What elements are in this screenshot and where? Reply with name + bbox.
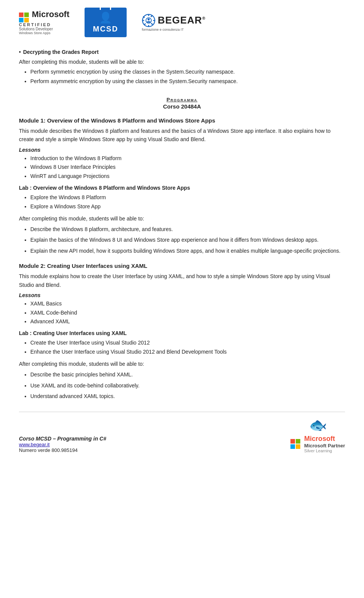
module2-lessons-label: Lessons	[19, 292, 345, 298]
ms-logo-top: Microsoft	[19, 10, 69, 22]
module1-after-1: Describe the Windows 8 platform, archite…	[30, 225, 345, 233]
module2-lesson-1: XAML Basics	[30, 299, 345, 308]
ms-partner-box: 🐟 Microsoft Microsoft Partner Silver Lea…	[290, 417, 345, 453]
begear-subtitle: formazione e consulenza IT	[142, 28, 184, 31]
module1-after-3: Explain the new API model, how it suppor…	[30, 247, 345, 255]
svg-rect-3	[148, 25, 149, 27]
module1-lab-item-2: Explore a Windows Store App	[30, 202, 345, 211]
module1-heading: Module 1: Overview of the Windows 8 Plat…	[19, 116, 345, 124]
module2-after-label: After completing this module, students w…	[19, 360, 345, 368]
intro-bullet-2: Perform asymmetric encryption by using t…	[30, 77, 345, 85]
begear-top: BEGEAR®	[142, 14, 206, 27]
intro-bullet-1: Perform symmetric encryption by using th…	[30, 68, 345, 76]
module2-lab-item-2: Enhance the User Interface using Visual …	[30, 348, 345, 357]
module2-block: Module 2: Creating User Interfaces using…	[19, 262, 345, 400]
footer-left: Corso MCSD – Programming in C# www.begea…	[19, 436, 106, 453]
module1-lessons-list: Introduction to the Windows 8 Platform W…	[30, 154, 345, 181]
module2-after-bullets: Describe the basic principles behind XAM…	[30, 370, 345, 400]
sq2-blue	[290, 444, 295, 449]
begear-reg: ®	[202, 16, 206, 20]
after-completing-intro: After completing this module, students w…	[19, 58, 345, 66]
corso-title: Corso 20484A	[19, 103, 345, 110]
ms-squares	[19, 13, 29, 22]
footer: Corso MCSD – Programming in C# www.begea…	[19, 412, 345, 453]
footer-numero: Numero verde 800.985194	[19, 447, 106, 453]
module2-lab-label: Lab : Creating User Interfaces using XAM…	[19, 329, 345, 337]
begear-name: BEGEAR®	[158, 14, 206, 26]
module1-lab-list: Explore the Windows 8 Platform Explore a…	[30, 193, 345, 211]
begear-logo: BEGEAR® formazione e consulenza IT	[142, 14, 206, 31]
module1-after-bullets: Describe the Windows 8 platform, archite…	[30, 225, 345, 255]
module1-lab-label: Lab : Overview of the Windows 8 Platform…	[19, 184, 345, 192]
module2-after-3: Understand advanced XAML topics.	[30, 392, 345, 400]
ms-partner-logo: Microsoft Microsoft Partner Silver Learn…	[290, 435, 345, 453]
module2-lab-item-1: Create the User Interface using Visual S…	[30, 338, 345, 348]
ms-word: Microsoft	[32, 10, 69, 19]
footer-course: Corso MCSD – Programming in C#	[19, 436, 106, 442]
intro-bullets-list: Perform symmetric encryption by using th…	[30, 68, 345, 85]
svg-rect-4	[142, 20, 144, 21]
module1-after-2: Explain the basics of the Windows 8 UI a…	[30, 236, 345, 244]
ms-cert-line3: Windows Store Apps	[19, 31, 69, 35]
sq2-yellow	[296, 444, 300, 449]
module1-lessons-label: Lessons	[19, 147, 345, 153]
module2-lesson-2: XAML Code-Behind	[30, 308, 345, 318]
mcsd-logo: 👤 MCSD	[85, 8, 127, 37]
module1-lesson-1: Introduction to the Windows 8 Platform	[30, 154, 345, 163]
module1-lesson-2: Windows 8 User Interface Principles	[30, 163, 345, 172]
intro-section: •Decrypting the Grades Report After comp…	[19, 48, 345, 85]
programma-title: Programma	[19, 97, 345, 102]
module1-block: Module 1: Overview of the Windows 8 Plat…	[19, 116, 345, 255]
programma-section: Programma Corso 20484A	[19, 97, 345, 110]
module1-lesson-3: WinRT and Language Projections	[30, 172, 345, 181]
module2-after-1: Describe the basic principles behind XAM…	[30, 370, 345, 379]
module2-lesson-3: Advanced XAML	[30, 317, 345, 326]
mcsd-label: MCSD	[93, 25, 118, 33]
module1-lab-item-1: Explore the Windows 8 Platform	[30, 193, 345, 202]
sq2-green	[296, 439, 300, 444]
ms-word-partner: Microsoft	[304, 435, 335, 442]
ms-partner-text: Microsoft Microsoft Partner Silver Learn…	[304, 435, 345, 453]
ms-cert-line2: Solutions Developer	[19, 27, 69, 31]
svg-point-10	[147, 18, 149, 20]
partner-icon: 🐟	[309, 417, 327, 433]
svg-rect-2	[148, 14, 149, 16]
module1-desc: This module describes the Windows 8 plat…	[19, 127, 345, 144]
ms-partner-squares	[290, 439, 300, 449]
header: Microsoft CERTIFIED Solutions Developer …	[19, 8, 345, 41]
module2-after-2: Use XAML and its code-behind collaborati…	[30, 381, 345, 390]
decrypt-heading: •Decrypting the Grades Report	[19, 48, 345, 56]
svg-rect-5	[153, 20, 155, 21]
gear-icon	[142, 14, 155, 27]
ms-certified-logo: Microsoft CERTIFIED Solutions Developer …	[19, 10, 69, 35]
page: Microsoft CERTIFIED Solutions Developer …	[0, 0, 364, 468]
ms-cert-line1: CERTIFIED	[19, 22, 69, 27]
mcsd-ring	[100, 5, 111, 10]
module2-heading: Module 2: Creating User Interfaces using…	[19, 262, 345, 270]
partner-label: Microsoft Partner	[304, 443, 345, 448]
mcsd-person-icon: 👤	[93, 11, 118, 24]
sq-blue	[19, 18, 24, 22]
sq-green	[24, 13, 29, 17]
silver-label: Silver Learning	[304, 448, 345, 453]
sq-yellow	[24, 18, 29, 22]
sq-red	[19, 13, 24, 17]
module2-desc: This module explains how to create the U…	[19, 272, 345, 289]
module2-lessons-list: XAML Basics XAML Code-Behind Advanced XA…	[30, 299, 345, 326]
footer-link[interactable]: www.begear.it	[19, 442, 106, 447]
module2-lab-list: Create the User Interface using Visual S…	[30, 338, 345, 357]
module1-after-label: After completing this module, students w…	[19, 214, 345, 223]
sq2-red	[290, 439, 295, 444]
